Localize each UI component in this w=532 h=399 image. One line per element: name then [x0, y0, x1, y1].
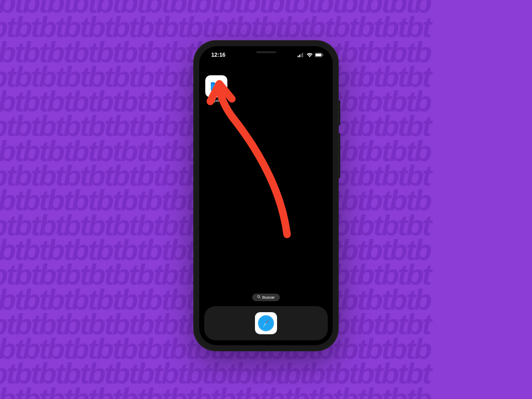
- svg-rect-5: [316, 53, 322, 56]
- app-files[interactable]: Arquivos: [205, 75, 227, 102]
- svg-rect-6: [323, 54, 323, 56]
- app-grid: Arquivos: [205, 71, 327, 102]
- app-files-label: Arquivos: [209, 99, 223, 102]
- svg-rect-1: [299, 55, 300, 57]
- status-time: 12:16: [208, 52, 225, 58]
- svg-rect-0: [298, 56, 299, 57]
- svg-rect-2: [301, 54, 302, 57]
- search-label: Buscar: [262, 295, 275, 300]
- phone-screen: 12:16: [199, 46, 333, 345]
- svg-point-7: [257, 296, 259, 298]
- safari-app-icon: [255, 312, 277, 334]
- wifi-icon: [307, 53, 313, 57]
- cellular-signal-icon: [298, 53, 305, 57]
- svg-rect-3: [302, 53, 303, 57]
- app-safari[interactable]: [255, 312, 277, 334]
- svg-line-8: [259, 297, 260, 298]
- home-screen[interactable]: Arquivos Buscar: [199, 71, 333, 345]
- phone-frame: 12:16: [193, 40, 339, 351]
- files-app-icon: [205, 75, 227, 97]
- battery-icon: [315, 53, 324, 57]
- search-icon: [257, 295, 261, 300]
- dock: [204, 306, 328, 340]
- status-icons: [298, 53, 324, 57]
- search-button[interactable]: Buscar: [252, 294, 280, 301]
- phone-notch: [235, 46, 298, 58]
